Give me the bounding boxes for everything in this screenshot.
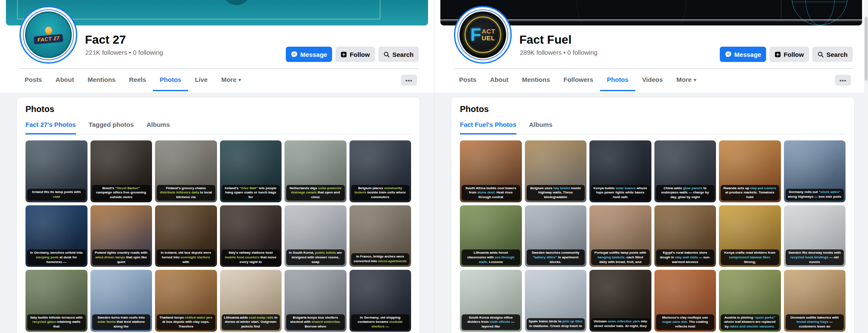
photo-tile[interactable]: South Africa builds cool towers from sto… [460, 140, 522, 202]
caption-highlight: "quiet parks" [754, 316, 775, 319]
photo-tile[interactable]: Ireland fits its lamp posts with coat [25, 140, 87, 202]
subtab-albums[interactable]: Albums [529, 121, 552, 134]
tab-more[interactable]: More▾ [214, 69, 248, 91]
more-options-button[interactable]: ••• [835, 75, 851, 86]
photo-caption: Kenya crafts road dividers from compress… [721, 249, 779, 265]
follower-stats: 221K followers • 0 following [85, 49, 163, 56]
photo-tile[interactable]: Lithuania adds forest classrooms with se… [460, 205, 522, 267]
photo-tile[interactable]: Sweden turns train roofs into solar farm… [90, 270, 152, 332]
photo-tile[interactable]: Sweden fits doorway knobs with recycled … [784, 205, 846, 267]
profile-picture[interactable]: F ACT UEL [454, 6, 512, 64]
message-button[interactable]: Message [720, 47, 766, 62]
two-facebook-pages: FACT 27 Fact 27 221K followers • 0 follo… [0, 0, 868, 333]
scrollbar[interactable] [864, 0, 868, 333]
tab-label: Posts [25, 76, 42, 83]
tab-more[interactable]: More▾ [670, 69, 703, 91]
photo-caption: Denmark outfits bakeries with bread-shar… [786, 314, 844, 330]
subtab-fact-fuel-s-photos[interactable]: Fact Fuel's Photos [460, 121, 516, 134]
photo-tile[interactable]: Kenya crafts road dividers from compress… [719, 205, 781, 267]
tab-label: About [490, 76, 508, 83]
photo-tile[interactable]: Belgium places community lockers beside … [349, 140, 411, 202]
tab-about[interactable]: About [483, 69, 515, 91]
photo-tile[interactable]: In South Korea, public toilets are desig… [285, 205, 347, 267]
photo-caption: Vietnam sews reflective yarn into street… [591, 318, 650, 330]
photo-tile[interactable]: Ireland's "Give Wall" lets people hang s… [220, 140, 282, 202]
follow-label: Follow [783, 51, 804, 58]
tab-reels[interactable]: Reels [122, 69, 153, 91]
photo-tile[interactable]: Portugal outfits lamp posts with hanging… [589, 205, 651, 267]
logo-uel: UEL [482, 35, 495, 42]
photo-tile[interactable]: Bulgaria keeps bus shelters stocked with… [285, 270, 347, 332]
message-label: Message [300, 51, 327, 58]
subtab-tagged-photos[interactable]: Tagged photos [89, 121, 134, 134]
photo-tile[interactable]: China adds glow panels to underpass wall… [654, 140, 716, 202]
photo-tile[interactable]: Brazil's "Street Barber" campaign offers… [90, 140, 152, 202]
tab-followers[interactable]: Followers [557, 69, 600, 91]
caption-highlight: coat-swap rails [249, 316, 273, 319]
search-label: Search [826, 51, 848, 58]
photo-tile[interactable]: Morocco's clay rooftops use sugar-cane a… [654, 270, 716, 332]
caption-highlight: clay wall slots [675, 255, 698, 259]
more-options-button[interactable]: ••• [401, 75, 417, 86]
cover-frame-graphic [17, 0, 380, 20]
photo-tile[interactable]: Sweden launches community "battery attic… [525, 205, 587, 267]
photo-tile[interactable]: In Iceland, old bus depots were turned i… [155, 205, 217, 267]
page-title: Fact 27 [85, 33, 126, 47]
caption-highlight: stone dust. [477, 190, 496, 194]
photo-tile[interactable]: Poland lights country roads with wind-dr… [90, 205, 152, 267]
photo-tile[interactable]: Belgium uses hay bricks inside highway w… [525, 140, 587, 202]
message-button[interactable]: Message [286, 47, 332, 62]
photo-tile[interactable]: Netherlands digs solar-powered drainage … [285, 140, 347, 202]
photo-tile[interactable]: Finland's grocery chains distribute left… [155, 140, 217, 202]
photo-tile[interactable]: Vietnam sews reflective yarn into street… [589, 270, 651, 332]
caption-highlight: overnight shelters [180, 255, 210, 259]
tab-videos[interactable]: Videos [635, 69, 670, 91]
photo-tile[interactable]: Kenya builds solar towers whose tops pow… [589, 140, 651, 202]
photo-tile[interactable]: Thailand keeps chilled water jars at bus… [155, 270, 217, 332]
photo-tile[interactable]: Italy's railway stations host mobile foo… [220, 205, 282, 267]
tab-photos[interactable]: Photos [153, 69, 188, 91]
photo-tile[interactable]: In France, bridge arches were converted … [349, 205, 411, 267]
photo-tile[interactable]: Italy builds hillside terraces with recy… [25, 270, 87, 332]
photo-grid: Ireland fits its lamp posts with coatBra… [25, 140, 411, 332]
caption-highlight: wind-driven lamps [96, 255, 125, 259]
search-button[interactable]: Search [378, 47, 419, 62]
scrollbar-thumb[interactable] [865, 17, 868, 81]
follow-button[interactable]: Follow [335, 47, 375, 62]
photo-caption: Egypt's rural bakeries store dough in cl… [656, 249, 715, 265]
photo-tile[interactable]: In Germany, benches unfold into sleeping… [25, 205, 87, 267]
subtab-albums[interactable]: Albums [147, 121, 170, 134]
page-body: Photos Fact 27's PhotosTagged photosAlbu… [0, 92, 434, 333]
photo-tile[interactable]: Spain trains birds to pick up litter in … [525, 270, 587, 332]
profile-picture[interactable]: FACT 27 [20, 6, 77, 64]
tab-posts[interactable]: Posts [452, 69, 483, 91]
caption-highlight: rakes and electric vacuums. [730, 325, 775, 328]
tab-mentions[interactable]: Mentions [515, 69, 557, 91]
tab-posts[interactable]: Posts [18, 69, 49, 91]
follow-button[interactable]: Follow [769, 47, 809, 62]
subtab-fact-27-s-photos[interactable]: Fact 27's Photos [25, 121, 76, 134]
photos-subtabs: Fact 27's PhotosTagged photosAlbums [25, 121, 411, 134]
caption-highlight: compressed banana fiber. [729, 255, 771, 259]
photo-tile[interactable]: Austria is piloting "quiet parks" where … [719, 270, 781, 332]
photo-tile[interactable]: In Germany, old shipping containers beca… [349, 270, 411, 332]
tab-about[interactable]: About [49, 69, 81, 91]
photo-tile[interactable]: Germany rolls out "silent safes" along h… [784, 140, 846, 202]
photo-tile[interactable]: Egypt's rural bakeries store dough in cl… [654, 205, 716, 267]
photo-caption: In South Korea, public toilets are desig… [286, 249, 345, 265]
caption-highlight: micro-apartments [378, 259, 407, 263]
photo-caption: Germany rolls out "silent safes" along h… [786, 189, 844, 201]
tab-photos[interactable]: Photos [600, 69, 635, 91]
photo-tile[interactable]: Denmark outfits bakeries with bread-shar… [784, 270, 846, 332]
tab-live[interactable]: Live [188, 69, 214, 91]
tab-mentions[interactable]: Mentions [81, 69, 122, 91]
photo-tile[interactable]: South Korea designs office dividers from… [460, 270, 522, 332]
search-button[interactable]: Search [812, 47, 853, 62]
photo-tile[interactable]: Lithuania adds coat-swap rails in dorms … [220, 270, 282, 332]
photo-caption: Ireland's "Give Wall" lets people hang s… [222, 185, 280, 201]
photo-tile[interactable]: Rwanda sets up clay-pot coolers at produ… [719, 140, 781, 202]
photo-caption: Sweden launches community "battery attic… [527, 249, 585, 265]
search-icon [817, 51, 824, 58]
photo-caption: Brazil's "Street Barber" campaign offers… [92, 185, 151, 201]
caption-highlight: chilled water jars [185, 316, 212, 319]
